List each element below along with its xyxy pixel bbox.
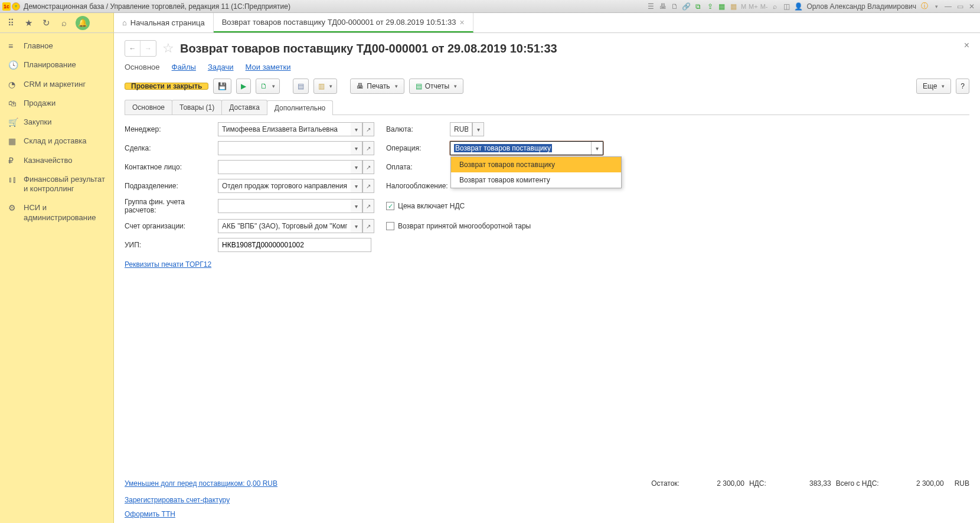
subtab-notes[interactable]: Мои заметки — [246, 63, 291, 71]
panel-icon[interactable]: ◫ — [782, 2, 791, 11]
torg12-link[interactable]: Реквизиты печати ТОРГ12 — [125, 260, 211, 269]
favorite-star-icon[interactable]: ☆ — [162, 41, 174, 56]
search-global-icon[interactable]: ⌕ — [770, 2, 779, 11]
sidebar-item-sales[interactable]: 🛍Продажи — [0, 94, 113, 113]
print-button[interactable]: 🖶Печать▾ — [350, 79, 404, 94]
calc-icon[interactable]: ⧉ — [694, 2, 703, 11]
post-button[interactable]: ▶ — [236, 79, 251, 94]
operation-select[interactable]: Возврат товаров поставщику ▾ Возврат тов… — [450, 141, 603, 155]
balance-label: Остаток: — [651, 479, 684, 488]
tab-home-label: Начальная страница — [130, 18, 205, 27]
contact-open-icon[interactable]: ↗ — [362, 160, 374, 174]
ttn-link[interactable]: Оформить ТТН — [125, 510, 175, 518]
more-button[interactable]: Еще▾ — [916, 79, 951, 94]
operation-option-supplier[interactable]: Возврат товаров поставщику — [451, 157, 621, 172]
return-tare-label: Возврат принятой многооборотной тары — [398, 222, 531, 230]
sidebar-item-nsi[interactable]: ⚙НСИ и администрирование — [0, 198, 113, 227]
close-page-icon[interactable]: × — [964, 40, 969, 51]
fin-group-dropdown-icon[interactable]: ▾ — [351, 199, 362, 213]
dept-open-icon[interactable]: ↗ — [362, 179, 374, 193]
subtab-files[interactable]: Файлы — [172, 63, 196, 71]
sidebar-item-planning[interactable]: 🕓Планирование — [0, 55, 113, 74]
dept-dropdown-icon[interactable]: ▾ — [351, 179, 362, 193]
currency-label: Валюта: — [386, 125, 450, 133]
window-close-icon[interactable]: ✕ — [967, 2, 976, 11]
subtab-main[interactable]: Основное — [125, 63, 160, 71]
sidebar-item-treasury[interactable]: ₽Казначейство — [0, 151, 113, 170]
history-icon[interactable]: ↻ — [40, 17, 52, 29]
chart-icon: ⫾⫿ — [8, 175, 18, 184]
form-tab-goods[interactable]: Товары (1) — [172, 100, 222, 115]
uip-field[interactable] — [218, 238, 371, 252]
manager-dropdown-icon[interactable]: ▾ — [351, 122, 362, 136]
print-icon[interactable]: 🖶 — [658, 2, 668, 11]
manager-field[interactable] — [218, 122, 351, 136]
attach-button[interactable]: ▥▾ — [313, 79, 337, 94]
titlebar-dropdown-icon[interactable]: ▾ — [12, 2, 20, 11]
dept-field[interactable] — [218, 179, 351, 193]
current-user[interactable]: Орлов Александр Владимирович — [806, 2, 916, 11]
reports-button[interactable]: ▤Отчеты▾ — [409, 79, 463, 94]
form-additional: Менеджер: ▾ ↗ Валюта: ▾ — [125, 115, 969, 475]
up-icon[interactable]: ⇪ — [705, 2, 715, 11]
currency-dropdown-icon[interactable]: ▾ — [472, 122, 484, 136]
tab-home[interactable]: ⌂ Начальная страница — [114, 13, 214, 32]
debt-link[interactable]: Уменьшен долг перед поставщиком: 0,00 RU… — [125, 479, 277, 488]
calendar2-icon[interactable]: ▦ — [729, 2, 739, 11]
nav-back-button[interactable]: ← — [125, 41, 141, 56]
form-tab-additional[interactable]: Дополнительно — [267, 100, 333, 115]
tab-close-icon[interactable]: × — [460, 18, 465, 27]
form-tab-main[interactable]: Основное — [125, 100, 172, 115]
manager-open-icon[interactable]: ↗ — [362, 122, 374, 136]
tb-dd-icon[interactable]: ▾ — [932, 2, 941, 11]
search-icon[interactable]: ⌕ — [58, 17, 70, 29]
operation-option-consignor[interactable]: Возврат товаров комитенту — [451, 172, 621, 188]
deal-dropdown-icon[interactable]: ▾ — [351, 141, 362, 155]
subtab-tasks[interactable]: Задачи — [208, 63, 234, 71]
window-minimize-icon[interactable]: — — [943, 2, 953, 11]
create-based-button[interactable]: 🗋▾ — [256, 79, 280, 94]
register-invoice-link[interactable]: Зарегистрировать счет-фактуру — [125, 496, 230, 504]
titlebar-icon[interactable]: ☰ — [646, 2, 656, 11]
notifications-icon[interactable]: 🔔 — [76, 16, 90, 30]
structure-button[interactable]: ▤ — [293, 79, 309, 94]
currency-field[interactable] — [450, 122, 472, 136]
memory-mminus[interactable]: M- — [760, 3, 768, 10]
price-vat-checkbox[interactable]: ✓ — [386, 202, 394, 210]
window-maximize-icon[interactable]: ▭ — [955, 2, 965, 11]
help-button[interactable]: ? — [956, 79, 969, 94]
calendar-icon[interactable]: ▦ — [717, 2, 727, 11]
post-icon: ▶ — [241, 82, 246, 90]
favorite-icon[interactable]: ★ — [22, 17, 34, 29]
sub-nav: Основное Файлы Задачи Мои заметки — [125, 63, 969, 71]
memory-m[interactable]: M — [741, 3, 746, 10]
fin-group-field[interactable] — [218, 199, 351, 213]
info-icon[interactable]: ⓘ — [920, 2, 929, 11]
link-icon[interactable]: 🔗 — [682, 2, 691, 11]
sidebar-item-crm[interactable]: ◔CRM и маркетинг — [0, 75, 113, 94]
operation-caret-icon[interactable]: ▾ — [591, 142, 603, 155]
sidebar-item-main[interactable]: ≡Главное — [0, 37, 113, 55]
account-field[interactable] — [218, 219, 351, 233]
apps-icon[interactable]: ⠿ — [5, 17, 17, 29]
account-dropdown-icon[interactable]: ▾ — [351, 219, 362, 233]
nav-forward-button[interactable]: → — [141, 41, 156, 56]
account-open-icon[interactable]: ↗ — [362, 219, 374, 233]
form-tab-delivery[interactable]: Доставка — [221, 100, 267, 115]
deal-field[interactable] — [218, 141, 351, 155]
deal-open-icon[interactable]: ↗ — [362, 141, 374, 155]
return-tare-checkbox[interactable] — [386, 222, 394, 230]
memory-mplus[interactable]: M+ — [749, 3, 758, 10]
sidebar-item-finance[interactable]: ⫾⫿Финансовый результат и контроллинг — [0, 170, 113, 199]
contact-field[interactable] — [218, 160, 351, 174]
sidebar-item-purchases[interactable]: 🛒Закупки — [0, 113, 113, 132]
doc-icon[interactable]: 🗋 — [670, 2, 680, 11]
sidebar-item-warehouse[interactable]: ▦Склад и доставка — [0, 132, 113, 151]
home-icon: ⌂ — [122, 18, 127, 27]
fin-group-open-icon[interactable]: ↗ — [362, 199, 374, 213]
post-and-close-button[interactable]: Провести и закрыть — [125, 83, 208, 90]
tab-document[interactable]: Возврат товаров поставщику ТД00-000001 о… — [214, 13, 473, 32]
save-button[interactable]: 💾 — [213, 79, 231, 94]
fin-group-label: Группа фин. учета расчетов: — [125, 198, 218, 214]
contact-dropdown-icon[interactable]: ▾ — [351, 160, 362, 174]
